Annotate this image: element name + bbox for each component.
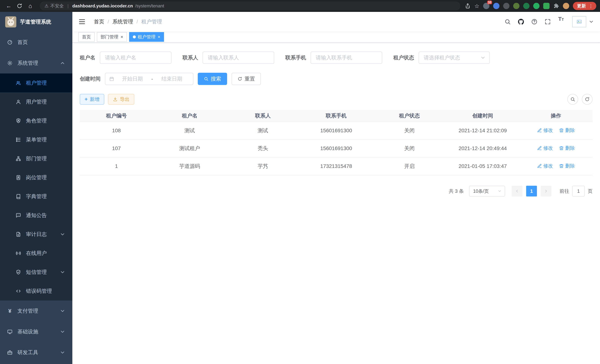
search-button-label: 搜索 (211, 75, 221, 82)
address-bar[interactable]: ⚠ 不安全 | dashboard.yudao.iocoder.cn /syst… (40, 1, 460, 10)
browser-refresh-button[interactable] (14, 1, 25, 11)
trash-icon (559, 164, 564, 168)
sidebar-item-dict[interactable]: 字典管理 (0, 187, 72, 206)
sidebar-item-home[interactable]: 首页 (0, 32, 72, 53)
date-start-placeholder: 开始日期 (115, 75, 150, 82)
cell-created: 2021-01-05 17:03:47 (446, 157, 519, 175)
search-button[interactable]: 搜索 (198, 73, 227, 85)
tenant-name-input[interactable] (100, 52, 171, 64)
browser-update-button[interactable]: 更新 ⋮ (573, 2, 596, 10)
page-number-button[interactable]: 1 (526, 186, 537, 196)
sidebar-item-infra[interactable]: 基础设施 (0, 321, 72, 342)
tab-dept[interactable]: 部门管理 × (97, 32, 127, 42)
delete-link[interactable]: 删除 (559, 127, 575, 134)
sidebar-item-sms[interactable]: 短信管理 (0, 263, 72, 282)
breadcrumb-home[interactable]: 首页 (94, 18, 104, 25)
tenant-status-select[interactable]: 请选择租户状态 (419, 52, 490, 64)
extension-icon-olive[interactable] (513, 3, 519, 9)
more-vertical-icon: ⋮ (587, 3, 594, 9)
export-button[interactable]: 导出 (108, 94, 134, 105)
sidebar-item-label: 基础设施 (18, 328, 38, 335)
github-icon (517, 18, 525, 25)
user-icon (16, 99, 21, 105)
sidebar-item-payment[interactable]: ¥ 支付管理 (0, 300, 72, 321)
sidebar-item-audit-log[interactable]: 审计日志 (0, 225, 72, 244)
chevron-right-icon (544, 189, 548, 193)
help-button[interactable] (528, 16, 540, 28)
user-avatar-dropdown[interactable] (572, 16, 594, 27)
cell-name: 芋道源码 (153, 157, 226, 175)
delete-link[interactable]: 删除 (559, 145, 575, 151)
star-icon: ☆ (474, 3, 479, 9)
sidebar-item-system[interactable]: 系统管理 (0, 53, 72, 74)
refresh-table-button[interactable] (582, 94, 593, 105)
extension-icon-green[interactable] (533, 3, 540, 9)
close-icon[interactable]: × (121, 35, 123, 39)
next-page-button[interactable] (541, 186, 551, 196)
cell-id: 108 (80, 122, 153, 140)
fullscreen-button[interactable] (542, 16, 554, 28)
font-size-button[interactable]: TT (555, 16, 567, 28)
sidebar-item-post[interactable]: 岗位管理 (0, 168, 72, 187)
edit-link[interactable]: 修改 (537, 127, 553, 134)
cell-created: 2021-12-14 20:49:44 (446, 140, 519, 157)
extensions-menu-button[interactable] (553, 3, 559, 9)
sidebar-item-menu[interactable]: 菜单管理 (0, 130, 72, 149)
toggle-search-button[interactable] (567, 94, 578, 105)
close-icon[interactable]: × (158, 35, 160, 39)
cell-status: 开启 (373, 157, 446, 175)
bookmark-star-button[interactable]: ☆ (474, 3, 479, 9)
edit-link[interactable]: 修改 (537, 145, 553, 151)
sidebar-item-notice[interactable]: 通知公告 (0, 206, 72, 225)
prev-page-button[interactable] (512, 186, 523, 196)
goto-page-input[interactable] (572, 186, 585, 196)
sidebar-toggle-button[interactable] (78, 17, 87, 26)
breadcrumb-system[interactable]: 系统管理 (112, 18, 133, 25)
share-button[interactable] (465, 3, 471, 9)
sidebar-item-tenant[interactable]: 租户管理 (0, 74, 72, 92)
sidebar-item-error-code[interactable]: 错误码管理 (0, 282, 72, 300)
col-tenant-name: 租户名 (153, 110, 226, 122)
breadcrumb-separator: / (108, 19, 109, 25)
create-time-label: 创建时间 (80, 75, 101, 82)
page-size-value: 10条/页 (473, 188, 489, 194)
export-button-label: 导出 (120, 96, 130, 103)
extension-icon-blue[interactable] (493, 3, 499, 9)
date-range-separator: - (150, 76, 154, 82)
home-icon: ⌂ (28, 3, 32, 9)
chevron-down-icon (60, 232, 65, 237)
sidebar-item-role[interactable]: 角色管理 (0, 111, 72, 130)
extension-icon-darkgreen[interactable] (523, 3, 529, 9)
sidebar-item-dev-tools[interactable]: 研发工具 (0, 342, 72, 363)
sidebar-item-online-users[interactable]: 在线用户 (0, 244, 72, 263)
chevron-down-icon (60, 308, 65, 314)
browser-avatar[interactable] (563, 3, 569, 9)
create-time-range-picker[interactable]: 开始日期 - 结束日期 (105, 73, 193, 85)
add-button-label: 新增 (90, 96, 99, 103)
sidebar-item-dept[interactable]: 部门管理 (0, 149, 72, 168)
phone-input[interactable] (310, 52, 382, 64)
page-size-select[interactable]: 10条/页 (469, 186, 505, 196)
add-button[interactable]: + 新增 (80, 94, 104, 105)
extension-icon-dark[interactable] (503, 3, 509, 9)
contact-label: 联系人 (183, 54, 198, 61)
security-chip[interactable]: ⚠ 不安全 (45, 3, 64, 9)
cell-actions: 修改删除 (519, 122, 593, 140)
browser-back-button[interactable]: ← (4, 1, 14, 11)
comment-icon (16, 213, 21, 218)
sidebar-item-user[interactable]: 用户管理 (0, 92, 72, 111)
tab-home[interactable]: 首页 (78, 32, 95, 42)
extension-icon-badged[interactable]: 10 (483, 3, 489, 9)
delete-link[interactable]: 删除 (559, 163, 575, 169)
reset-button[interactable]: 重置 (232, 73, 261, 85)
github-button[interactable] (515, 16, 527, 28)
browser-home-button[interactable]: ⌂ (25, 1, 35, 11)
page-content: 租户名 联系人 联系手机 租户状态 请选择租户状态 (72, 43, 600, 364)
briefcase-icon (7, 350, 13, 355)
header-search-button[interactable] (502, 16, 514, 28)
extension-icon-square[interactable] (543, 3, 550, 9)
tab-tenant[interactable]: 租户管理 × (129, 32, 164, 42)
contact-input[interactable] (203, 52, 274, 64)
trash-icon (559, 128, 564, 133)
edit-link[interactable]: 修改 (537, 163, 553, 169)
